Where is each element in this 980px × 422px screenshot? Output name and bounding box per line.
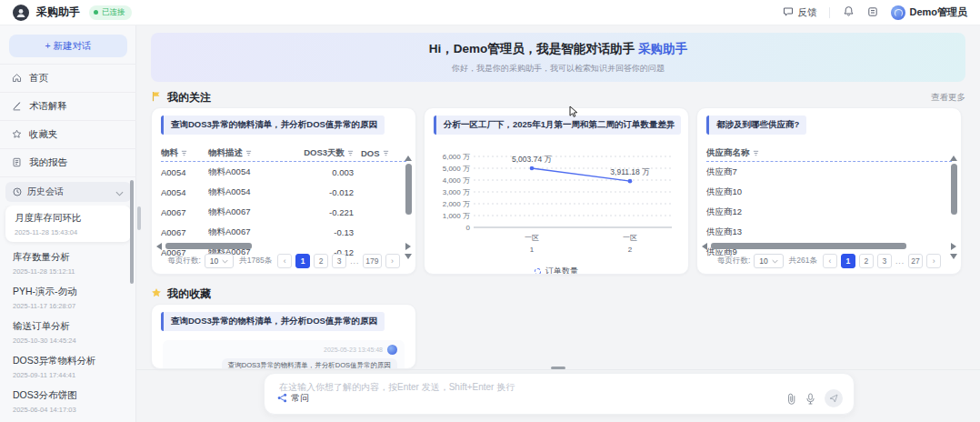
dos-table-card: 查询DOS3异常的物料清单，并分析DOS值异常的原因 物料物料描述DOS3天数D… (151, 107, 416, 275)
follow-section-header: 我的关注 查看更多 (151, 91, 965, 104)
sidebar-item-home[interactable]: 首页 (0, 65, 136, 93)
vertical-scroll-thumb[interactable] (405, 164, 412, 215)
history-scrollbar[interactable] (130, 180, 134, 284)
column-header[interactable]: DOS3天数 (299, 147, 361, 159)
horizontal-scrollbar[interactable] (156, 242, 411, 250)
suppliers-table-card: 都涉及到哪些供应商? 供应商名称 供应商7供应商10供应商12供应商13供应商9… (696, 107, 962, 275)
attach-button[interactable] (786, 393, 796, 405)
notifications-button[interactable] (843, 5, 855, 19)
history-item-title: PYH-演示-勿动 (13, 286, 124, 298)
column-header[interactable]: 物料 (161, 147, 208, 159)
prev-page-button[interactable]: ‹ (277, 254, 292, 268)
scroll-up-icon[interactable] (405, 156, 412, 161)
voice-button[interactable] (805, 393, 815, 405)
scroll-right-icon[interactable] (951, 243, 956, 250)
history-section-toggle[interactable]: 历史会话 (5, 182, 131, 202)
table-row[interactable]: 供应商13 (706, 222, 945, 242)
docs-button[interactable] (867, 6, 878, 19)
table-cell: 供应商10 (706, 186, 888, 198)
chart-legend[interactable]: 订单数量 (425, 266, 688, 275)
history-item[interactable]: PYH-演示-勿动2025-11-17 16:28:07 (0, 280, 136, 315)
table-cell: 物料A0067 (208, 226, 299, 238)
page-button[interactable]: 1 (295, 254, 310, 268)
table-cell: -0.13 (299, 227, 361, 237)
history-item[interactable]: 月度库存同环比2025-11-28 15:43:04 (5, 206, 131, 242)
sidebar-item-reports[interactable]: 我的报告 (0, 149, 136, 177)
column-label: DOS3天数 (304, 147, 345, 159)
favorite-preview: 2025-05-23 13:45:48 查询DOS3异常的物料清单，并分析DOS… (163, 340, 405, 369)
sidebar: + 新建对话 首页术语解释收藏夹我的报告 历史会话 月度库存同环比2025-11… (0, 25, 136, 422)
suppliers-question-chip[interactable]: 都涉及到哪些供应商? (706, 116, 806, 135)
table-row[interactable]: A0067物料A0067-0.221 (161, 202, 399, 222)
sidebar-menu: 首页术语解释收藏夹我的报告 (0, 64, 136, 177)
table-cell: A0067 (161, 227, 208, 237)
welcome-subtitle: 你好，我是你的采购助手，我可以检索知识并回答你的问题 (452, 63, 665, 75)
page-button[interactable]: 2 (859, 254, 874, 268)
prev-page-button[interactable]: ‹ (823, 254, 837, 268)
vertical-scroll-thumb[interactable] (951, 164, 957, 215)
scroll-left-icon[interactable] (702, 243, 707, 250)
svg-text:0: 0 (466, 224, 471, 232)
next-page-button[interactable]: › (926, 254, 941, 268)
page-button[interactable]: 2 (314, 254, 328, 268)
table-row[interactable]: 供应商12 (706, 202, 945, 222)
resize-handle[interactable] (551, 367, 565, 369)
favorite-item-card: 查询DOS3异常的物料清单，并分析DOS值异常的原因 2025-05-23 13… (151, 304, 416, 369)
table-cell: 供应商12 (706, 206, 888, 218)
horizontal-scroll-thumb[interactable] (711, 243, 906, 249)
table-row[interactable]: 供应商10 (706, 182, 945, 202)
sidebar-item-terms[interactable]: 术语解释 (0, 93, 136, 121)
history-item-time: 2025-11-17 16:28:07 (13, 302, 124, 310)
order-question-chip[interactable]: 分析一区工厂下，2025年1月第一周和第二周的订单数量差异 (434, 116, 681, 135)
sidebar-item-favorites[interactable]: 收藏夹 (0, 121, 136, 149)
send-button[interactable] (825, 389, 843, 407)
new-chat-button[interactable]: + 新建对话 (9, 35, 127, 57)
column-header[interactable]: 供应商名称 (706, 147, 888, 159)
avatar (387, 345, 397, 355)
svg-text:4,000 万: 4,000 万 (443, 176, 470, 185)
history-item[interactable]: DOS3分布区间分析2025-05-25 17:06:27 (0, 418, 136, 422)
next-page-button[interactable]: › (385, 254, 400, 268)
history-item[interactable]: DOS3分布饼图2025-06-04 14:17:03 (0, 384, 136, 418)
favorite-question-chip[interactable]: 查询DOS3异常的物料清单，并分析DOS值异常的原因 (161, 312, 385, 331)
rows-per-page-label: 每页行数: (167, 256, 200, 266)
history-item[interactable]: 库存数量分析2025-11-28 15:12:11 (0, 246, 136, 280)
history-item-title: 库存数量分析 (13, 251, 124, 264)
history-item[interactable]: DOS3异常物料分析2025-09-11 17:44:41 (0, 349, 136, 384)
chevron-down-icon (115, 184, 124, 200)
scroll-up-icon[interactable] (950, 156, 957, 161)
scroll-left-icon[interactable] (156, 243, 162, 250)
horizontal-scrollbar[interactable] (702, 242, 956, 250)
table-row[interactable]: A0054物料A00540.003 (161, 162, 399, 182)
bell-icon (843, 5, 855, 19)
rows-per-page-select[interactable]: 10 (205, 254, 234, 268)
table-row[interactable]: 供应商7 (706, 162, 945, 182)
page-button[interactable]: 27 (908, 254, 923, 268)
view-more-link[interactable]: 查看更多 (931, 92, 965, 104)
follow-section-title: 我的关注 (167, 90, 211, 106)
topbar-divider (829, 7, 830, 18)
page-ellipsis: ... (350, 256, 359, 266)
column-label: 物料 (161, 147, 178, 159)
chevron-down-icon (772, 256, 778, 266)
table-row[interactable]: A0054物料A0054-0.012 (161, 182, 399, 202)
sidebar-scrollbar-thumb[interactable] (137, 206, 141, 230)
horizontal-scroll-thumb[interactable] (165, 243, 252, 249)
page-button[interactable]: 1 (841, 254, 855, 268)
page-button[interactable]: 3 (332, 254, 346, 268)
user-menu[interactable]: Demo管理员 (891, 5, 967, 20)
table-row[interactable]: A0067物料A0067-0.13 (161, 222, 399, 242)
status-badge-label: 已连接 (102, 7, 125, 18)
faq-button[interactable]: 常问 (277, 392, 309, 405)
page-button[interactable]: 179 (363, 254, 381, 268)
microphone-icon (805, 393, 815, 405)
page-button[interactable]: 3 (877, 254, 892, 268)
history-item[interactable]: 输送订单分析2025-10-30 14:45:24 (0, 315, 136, 349)
sidebar-item-label: 首页 (29, 72, 48, 85)
dos-question-chip[interactable]: 查询DOS3异常的物料清单，并分析DOS值异常的原因 (161, 116, 385, 135)
column-header[interactable]: DOS (361, 148, 397, 158)
column-header[interactable]: 物料描述 (208, 147, 299, 159)
scroll-right-icon[interactable] (405, 243, 411, 250)
feedback-button[interactable]: 反馈 (783, 6, 816, 19)
rows-per-page-select[interactable]: 10 (754, 254, 783, 268)
